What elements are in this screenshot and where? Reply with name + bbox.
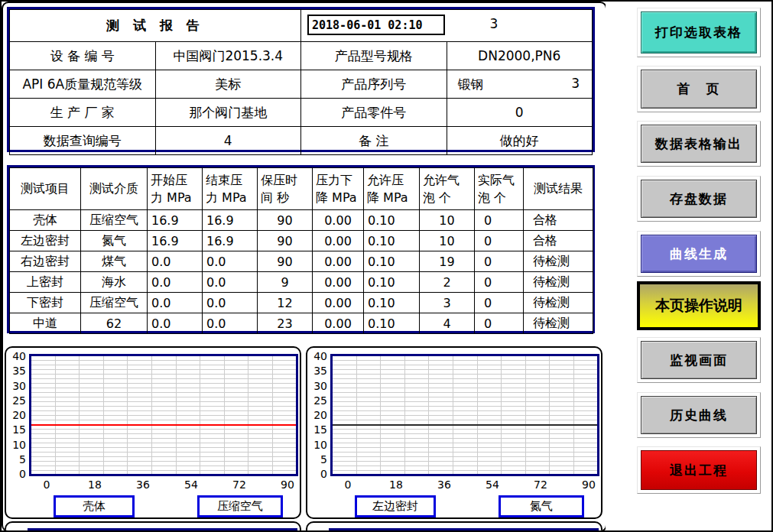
test-result: 待检测: [524, 251, 593, 272]
test-value: 16.9: [148, 210, 203, 231]
test-col-header: 压力下 降 MPa: [313, 168, 364, 210]
y-tick-label: 10: [6, 440, 26, 450]
button-label: 监视画面: [641, 341, 757, 379]
plot-area: [330, 354, 599, 476]
button-frame: 历史曲线: [637, 392, 761, 438]
sidebar: 打印选取表格首 页数据表格输出存盘数据曲线生成本页操作说明监视画面历史曲线退出工…: [606, 0, 773, 532]
plot-area: [29, 354, 298, 476]
test-col-header: 实际气 泡 个: [475, 168, 524, 210]
y-tick-label: 15: [307, 424, 327, 435]
test-value: 0.00: [313, 251, 364, 272]
report-number: 3: [479, 16, 509, 31]
plot-grid: [31, 356, 296, 474]
y-tick-label: 25: [307, 395, 327, 406]
legend-test-item: 左边密封: [355, 495, 436, 517]
x-tick-label: 54: [184, 479, 198, 490]
test-value: 0.0: [148, 313, 203, 334]
info-label: 备 注: [301, 127, 447, 155]
save-data-button[interactable]: 存盘数据: [637, 176, 761, 222]
test-row: 上密封海水0.00.090.000.1020待检测: [10, 272, 593, 293]
info-label: 设 备 编 号: [10, 42, 156, 70]
test-value: 16.9: [148, 231, 203, 251]
test-value: 压缩空气: [81, 293, 148, 313]
info-value: 4: [155, 127, 301, 155]
data-table-output-button[interactable]: 数据表格输出: [637, 121, 761, 167]
test-row: 壳体压缩空气16.916.9900.000.10100合格: [10, 210, 593, 231]
plot-grid: [333, 356, 597, 474]
test-value: 0.0: [148, 272, 203, 293]
test-value: 0.10: [364, 231, 420, 251]
test-result: 合格: [524, 231, 593, 251]
page-help-button[interactable]: 本页操作说明: [637, 281, 761, 330]
plot-top-edge: [28, 528, 297, 532]
test-value: 0.0: [203, 293, 258, 313]
info-label: API 6A质量规范等级: [10, 70, 156, 99]
test-value: 0: [475, 293, 524, 313]
test-value: 90: [258, 231, 313, 251]
y-tick-label: 30: [6, 381, 26, 391]
test-value: 煤气: [81, 251, 148, 272]
test-value: 90: [258, 251, 313, 272]
test-col-header: 测试介质: [81, 168, 148, 210]
curve-generate-button[interactable]: 曲线生成: [637, 231, 761, 277]
info-value: 那个阀门基地: [155, 99, 301, 127]
test-item: 左边密封: [10, 231, 81, 251]
report-panel: 测 试 报 告 2018-06-01 02:10 3 设 备 编 号中国阀门20…: [2, 2, 607, 532]
report-datetime-field: 2018-06-01 02:10: [307, 15, 445, 35]
legend-test-medium: 压缩空气: [197, 495, 283, 517]
test-col-header: 开始压 力 MPa: [148, 168, 203, 210]
chart-panel-partial-left: [5, 521, 301, 532]
button-label: 存盘数据: [641, 180, 757, 218]
test-item: 右边密封: [10, 251, 81, 272]
test-value: 10: [420, 231, 475, 251]
info-value: 中国阀门2015.3.4: [155, 42, 301, 70]
test-value: 0.0: [203, 251, 258, 272]
test-result: 待检测: [524, 293, 593, 313]
y-tick-label: 20: [6, 410, 26, 420]
chart-panel-壳体: 051015202530354001836547290壳体压缩空气: [5, 346, 301, 519]
test-value: 0.00: [313, 293, 364, 313]
x-tick-label: 36: [136, 479, 150, 490]
button-label: 打印选取表格: [641, 11, 757, 54]
button-label: 退出工程: [641, 450, 757, 490]
x-tick-label: 18: [88, 479, 102, 490]
info-label: 产品型号规格: [301, 42, 447, 70]
button-label: 历史曲线: [641, 396, 757, 434]
exit-project-button[interactable]: 退出工程: [637, 446, 761, 494]
button-label: 曲线生成: [641, 235, 757, 273]
test-col-header: 允许气 泡 个: [420, 168, 475, 210]
history-curve-button[interactable]: 历史曲线: [637, 392, 761, 438]
test-value: 0.00: [313, 231, 364, 251]
test-value: 压缩空气: [81, 210, 148, 231]
x-tick-label: 72: [534, 479, 547, 490]
print-select-table-button[interactable]: 打印选取表格: [637, 8, 761, 57]
plot-top-edge: [329, 528, 599, 532]
y-tick-label: 0: [6, 469, 26, 479]
test-row: 左边密封氮气16.916.9900.000.10100合格: [10, 231, 593, 251]
test-value: 0: [475, 210, 524, 231]
test-value: 62: [81, 313, 148, 334]
test-value: 0: [475, 251, 524, 272]
report-header-right: 2018-06-01 02:10 3: [301, 10, 593, 42]
home-button[interactable]: 首 页: [637, 66, 761, 112]
info-row: 生 产 厂 家那个阀门基地产品零件号0: [10, 99, 593, 127]
test-col-header: 结束压 力 MPa: [203, 168, 258, 210]
y-tick-label: 10: [307, 440, 327, 450]
monitor-screen-button[interactable]: 监视画面: [637, 337, 761, 383]
y-tick-label: 5: [307, 454, 327, 465]
y-tick-label: 30: [307, 381, 327, 391]
test-value: 10: [420, 210, 475, 231]
info-value-extra: 3: [571, 76, 592, 91]
test-value: 4: [420, 313, 475, 334]
info-value: 0: [447, 99, 593, 127]
y-tick-label: 40: [6, 351, 26, 362]
button-frame: 首 页: [637, 66, 761, 112]
test-col-header: 测试项目: [10, 168, 81, 210]
chart-panel-左边密封: 051015202530354001836547290左边密封氮气: [306, 346, 602, 519]
test-value: 氮气: [81, 231, 148, 251]
info-row: 数据查询编号4备 注做的好: [10, 127, 593, 155]
info-label: 数据查询编号: [10, 127, 156, 155]
y-tick-label: 15: [6, 424, 26, 435]
test-value: 0.0: [203, 272, 258, 293]
chart-panel-partial-right: [306, 521, 602, 532]
